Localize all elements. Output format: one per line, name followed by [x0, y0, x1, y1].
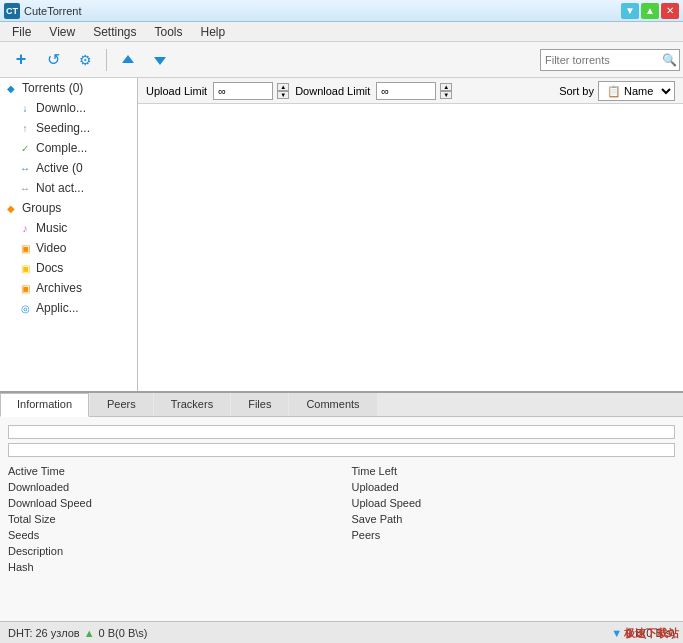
- upload-limit-input[interactable]: [213, 82, 273, 100]
- move-down-button[interactable]: [145, 46, 175, 74]
- sidebar-groups-label: Groups: [22, 201, 61, 215]
- sidebar-torrents-label: Torrents (0): [22, 81, 83, 95]
- minimize-button[interactable]: ▼: [621, 3, 639, 19]
- seeding-icon: ↑: [18, 121, 32, 135]
- sidebar-notactive-label: Not act...: [36, 181, 84, 195]
- dht-down-arrow-icon: ▼: [611, 627, 622, 639]
- upload-up-spinner[interactable]: ▲: [277, 83, 289, 91]
- menubar: File View Settings Tools Help: [0, 22, 683, 42]
- active-icon: ↔: [18, 161, 32, 175]
- sidebar-applic-label: Applic...: [36, 301, 79, 315]
- sidebar-downloading-label: Downlo...: [36, 101, 86, 115]
- statusbar: DHT: 26 узлов ▲ 0 B(0 B\s) ▼ 0 B(0 B\s): [0, 621, 683, 643]
- tab-files[interactable]: Files: [231, 393, 288, 416]
- info-panel: Active Time Time Left Downloaded Uploade…: [0, 417, 683, 621]
- refresh-button[interactable]: ↺: [38, 46, 68, 74]
- upload-spinners: ▲ ▼: [277, 83, 289, 99]
- download-down-spinner[interactable]: ▼: [440, 91, 452, 99]
- sidebar-item-archives[interactable]: ▣ Archives: [0, 278, 137, 298]
- status-left: DHT: 26 узлов ▲ 0 B(0 B\s): [8, 627, 148, 639]
- save-path-label: Save Path: [352, 513, 676, 525]
- info-bar-1: [8, 425, 675, 439]
- tab-trackers[interactable]: Trackers: [154, 393, 230, 416]
- torrent-list[interactable]: [138, 104, 683, 391]
- hash-label: Hash: [8, 561, 332, 573]
- main-layout: ◆ Torrents (0) ↓ Downlo... ↑ Seeding... …: [0, 78, 683, 621]
- seeds-label: Seeds: [8, 529, 332, 541]
- sidebar-item-video[interactable]: ▣ Video: [0, 238, 137, 258]
- music-icon: ♪: [18, 221, 32, 235]
- sidebar-item-music[interactable]: ♪ Music: [0, 218, 137, 238]
- maximize-button[interactable]: ▲: [641, 3, 659, 19]
- groups-icon: ◆: [4, 201, 18, 215]
- uploaded-label: Uploaded: [352, 481, 676, 493]
- download-up-spinner[interactable]: ▲: [440, 83, 452, 91]
- menu-settings[interactable]: Settings: [85, 23, 144, 41]
- active-time-label: Active Time: [8, 465, 332, 477]
- settings-button[interactable]: ⚙: [70, 46, 100, 74]
- sort-area: Sort by 📋 Name: [559, 81, 675, 101]
- sidebar-item-applic[interactable]: ◎ Applic...: [0, 298, 137, 318]
- menu-tools[interactable]: Tools: [147, 23, 191, 41]
- move-up-button[interactable]: [113, 46, 143, 74]
- titlebar-left: CT CuteTorrent: [4, 3, 81, 19]
- archives-icon: ▣: [18, 281, 32, 295]
- tab-comments[interactable]: Comments: [289, 393, 376, 416]
- titlebar: CT CuteTorrent ▼ ▲ ✕: [0, 0, 683, 22]
- download-speed-label: Download Speed: [8, 497, 332, 509]
- info-bar-2: [8, 443, 675, 457]
- upload-down-spinner[interactable]: ▼: [277, 91, 289, 99]
- time-left-label: Time Left: [352, 465, 676, 477]
- sidebar: ◆ Torrents (0) ↓ Downlo... ↑ Seeding... …: [0, 78, 138, 391]
- applic-icon: ◎: [18, 301, 32, 315]
- complete-icon: ✓: [18, 141, 32, 155]
- add-button[interactable]: +: [6, 46, 36, 74]
- filter-area: 🔍: [540, 49, 677, 71]
- upload-speed-label: Upload Speed: [352, 497, 676, 509]
- tab-peers[interactable]: Peers: [90, 393, 153, 416]
- sidebar-item-active[interactable]: ↔ Active (0: [0, 158, 137, 178]
- sidebar-item-seeding[interactable]: ↑ Seeding...: [0, 118, 137, 138]
- torrent-area: Upload Limit ▲ ▼ Download Limit ▲ ▼ Sort…: [138, 78, 683, 391]
- download-limit-input[interactable]: [376, 82, 436, 100]
- watermark: 极速下载站: [624, 626, 679, 641]
- torrents-icon: ◆: [4, 81, 18, 95]
- menu-view[interactable]: View: [41, 23, 83, 41]
- app-icon: CT: [4, 3, 20, 19]
- sort-select[interactable]: 📋 Name: [598, 81, 675, 101]
- sidebar-active-label: Active (0: [36, 161, 83, 175]
- sidebar-item-complete[interactable]: ✓ Comple...: [0, 138, 137, 158]
- downloaded-label: Downloaded: [8, 481, 332, 493]
- filter-input[interactable]: [540, 49, 680, 71]
- sidebar-item-notactive[interactable]: ↔ Not act...: [0, 178, 137, 198]
- sidebar-item-downloading[interactable]: ↓ Downlo...: [0, 98, 137, 118]
- bottom-panel: Information Peers Trackers Files Comment…: [0, 391, 683, 621]
- sidebar-item-torrents[interactable]: ◆ Torrents (0): [0, 78, 137, 98]
- empty-label-1: [352, 545, 676, 557]
- svg-marker-1: [154, 57, 166, 65]
- tab-information[interactable]: Information: [0, 393, 89, 417]
- titlebar-title: CuteTorrent: [24, 5, 81, 17]
- sidebar-item-docs[interactable]: ▣ Docs: [0, 258, 137, 278]
- download-spinners: ▲ ▼: [440, 83, 452, 99]
- video-icon: ▣: [18, 241, 32, 255]
- close-button[interactable]: ✕: [661, 3, 679, 19]
- menu-file[interactable]: File: [4, 23, 39, 41]
- notactive-icon: ↔: [18, 181, 32, 195]
- upload-status: 0 B(0 B\s): [99, 627, 148, 639]
- tabs: Information Peers Trackers Files Comment…: [0, 393, 683, 417]
- download-limit-label: Download Limit: [295, 85, 370, 97]
- sidebar-item-groups[interactable]: ◆ Groups: [0, 198, 137, 218]
- menu-help[interactable]: Help: [193, 23, 234, 41]
- description-label: Description: [8, 545, 332, 557]
- total-size-label: Total Size: [8, 513, 332, 525]
- sidebar-archives-label: Archives: [36, 281, 82, 295]
- dht-status: DHT: 26 узлов: [8, 627, 80, 639]
- peers-label: Peers: [352, 529, 676, 541]
- upload-limit-label: Upload Limit: [146, 85, 207, 97]
- sidebar-complete-label: Comple...: [36, 141, 87, 155]
- info-bars: [8, 425, 675, 457]
- downloading-icon: ↓: [18, 101, 32, 115]
- content-area: ◆ Torrents (0) ↓ Downlo... ↑ Seeding... …: [0, 78, 683, 391]
- search-icon: 🔍: [662, 53, 677, 67]
